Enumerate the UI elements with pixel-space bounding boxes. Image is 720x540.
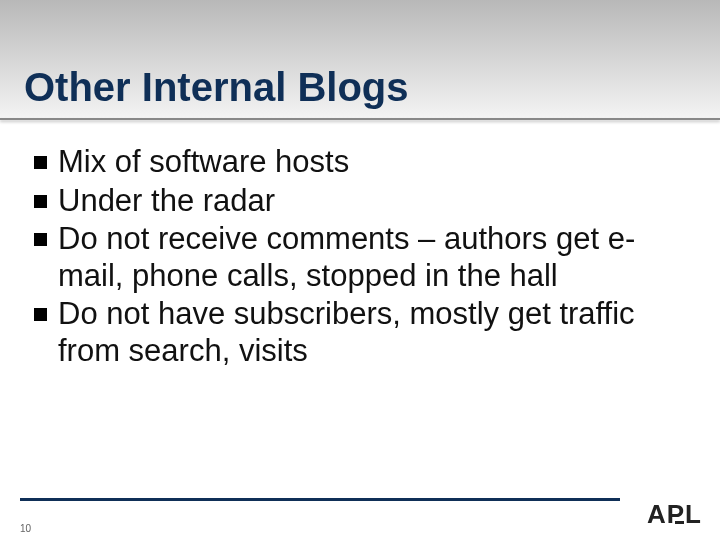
header-band: Other Internal Blogs (0, 0, 720, 120)
list-item: Do not receive comments – authors get e-… (30, 221, 690, 294)
slide-footer: 10 APL (0, 484, 720, 540)
list-item: Mix of software hosts (30, 144, 690, 181)
slide-title: Other Internal Blogs (24, 65, 409, 110)
slide-content: Mix of software hosts Under the radar Do… (0, 120, 720, 540)
slide-number: 10 (20, 523, 31, 534)
footer-rule (20, 498, 620, 501)
slide: Other Internal Blogs Mix of software hos… (0, 0, 720, 540)
apl-logo: APL (647, 499, 702, 530)
list-item: Under the radar (30, 183, 690, 220)
bullet-list: Mix of software hosts Under the radar Do… (30, 144, 690, 369)
list-item: Do not have subscribers, mostly get traf… (30, 296, 690, 369)
